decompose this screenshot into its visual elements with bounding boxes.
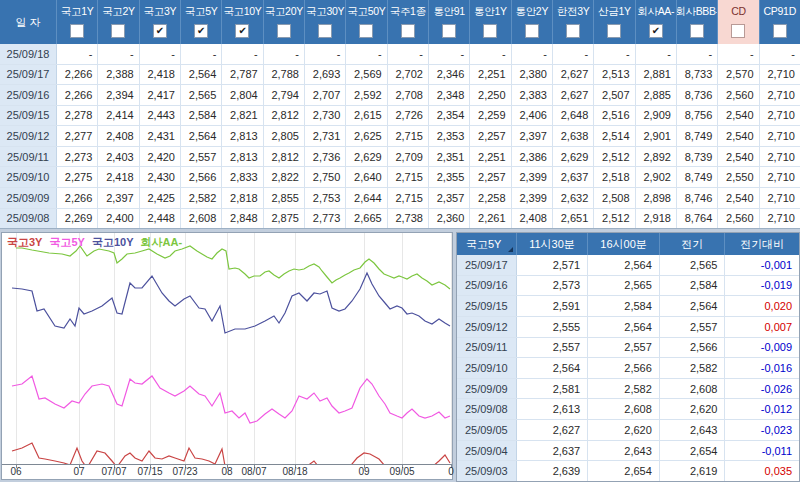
quote-value-cell: 2,637 <box>517 441 589 461</box>
quote-header-16시00분[interactable]: 16시00분 <box>588 233 660 255</box>
quote-value-cell: 2,584 <box>660 276 726 296</box>
checkbox-국고2Y[interactable] <box>111 24 125 38</box>
checkbox-국고10Y[interactable]: ✔ <box>235 24 249 38</box>
quote-row[interactable]: 25/09/122,5552,5642,5570,007 <box>457 317 799 338</box>
quote-row[interactable]: 25/09/102,5642,5662,582-0,016 <box>457 358 799 379</box>
gukgo5y-quote-table: 국고5Y11시30분16시00분전기전기대비 25/09/172,5712,56… <box>456 232 800 482</box>
column-header-회사AA-[interactable]: 회사AA-✔ <box>636 0 677 44</box>
checkbox-통안91[interactable] <box>442 24 456 38</box>
quote-header-전기대비[interactable]: 전기대비 <box>725 233 799 255</box>
value-cell: 2,512 <box>594 209 635 229</box>
column-header-CD[interactable]: CD <box>718 0 759 44</box>
value-cell: 2,651 <box>553 209 594 229</box>
value-cell: - <box>470 44 511 64</box>
column-header-국고30Y[interactable]: 국고30Y <box>305 0 346 44</box>
quote-value-cell: 2,620 <box>660 399 726 419</box>
value-cell: 2,399 <box>512 188 553 208</box>
table-row[interactable]: 25/09/102,2752,4182,4302,5662,8332,8222,… <box>0 167 800 188</box>
quote-row[interactable]: 25/09/172,5712,5642,565-0,001 <box>457 255 799 276</box>
quote-value-cell: 2,654 <box>588 461 660 481</box>
checkbox-산금1Y[interactable] <box>607 24 621 38</box>
value-cell: 2,818 <box>222 188 263 208</box>
table-row[interactable]: 25/09/092,2662,3972,4252,5822,8182,8552,… <box>0 188 800 209</box>
value-cell: 2,885 <box>636 85 677 105</box>
value-cell: 2,813 <box>222 126 263 146</box>
quote-row[interactable]: 25/09/092,5812,5822,608-0,026 <box>457 379 799 400</box>
checkbox-통안1Y[interactable] <box>483 24 497 38</box>
column-header-국고3Y[interactable]: 국고3Y✔ <box>140 0 181 44</box>
value-cell: - <box>760 44 800 64</box>
checkbox-국고30Y[interactable] <box>318 24 332 38</box>
value-cell: 2,750 <box>305 167 346 187</box>
quote-row[interactable]: 25/09/152,5912,5842,5640,020 <box>457 296 799 317</box>
table-row[interactable]: 25/09/172,2662,3882,4182,5642,7872,7882,… <box>0 65 800 86</box>
checkbox-통안2Y[interactable] <box>525 24 539 38</box>
column-header-국고2Y[interactable]: 국고2Y <box>98 0 139 44</box>
value-cell: 2,353 <box>429 126 470 146</box>
yield-chart-panel[interactable]: 국고3Y국고5Y국고10Y회사AA- 060707/0707/1507/2308… <box>1 232 453 480</box>
table-row[interactable]: 25/09/122,2772,4082,4312,5642,8132,8052,… <box>0 126 800 147</box>
quote-value-cell: 2,608 <box>660 379 726 399</box>
value-cell: 2,710 <box>760 209 800 229</box>
quote-row[interactable]: 25/09/042,6372,6432,654-0,011 <box>457 441 799 462</box>
quote-header-11시30분[interactable]: 11시30분 <box>517 233 589 255</box>
quote-diff-cell: -0,023 <box>725 420 799 440</box>
value-cell: 8,739 <box>677 147 718 167</box>
axis-label: 07/23 <box>172 466 197 477</box>
column-header-통안91[interactable]: 통안91 <box>429 0 470 44</box>
table-row[interactable]: 25/09/162,2662,3942,4172,5652,8042,7942,… <box>0 85 800 106</box>
value-cell: 2,251 <box>470 65 511 85</box>
value-cell: 8,746 <box>677 188 718 208</box>
quote-row[interactable]: 25/09/162,5732,5652,584-0,019 <box>457 276 799 297</box>
date-column-header[interactable]: 일 자 <box>0 0 57 44</box>
value-cell: 2,266 <box>57 188 98 208</box>
table-row[interactable]: 25/09/18------------------ <box>0 44 800 65</box>
checkbox-국고20Y[interactable] <box>277 24 291 38</box>
quote-value-cell: 2,557 <box>588 338 660 358</box>
column-header-한전3Y[interactable]: 한전3Y <box>553 0 594 44</box>
column-header-통안1Y[interactable]: 통안1Y <box>470 0 511 44</box>
value-cell: 2,550 <box>718 167 759 187</box>
quote-row[interactable]: 25/09/112,5572,5572,566-0,009 <box>457 338 799 359</box>
table-row[interactable]: 25/09/112,2732,4032,4202,5572,8132,8122,… <box>0 147 800 168</box>
value-cell: 2,627 <box>553 85 594 105</box>
checkbox-CP91D[interactable] <box>773 24 787 38</box>
quote-header-전기[interactable]: 전기 <box>660 233 726 255</box>
quote-row[interactable]: 25/09/082,6132,6082,620-0,012 <box>457 399 799 420</box>
table-row[interactable]: 25/09/152,2782,4142,4432,5842,8212,8122,… <box>0 106 800 127</box>
column-header-국고50Y[interactable]: 국고50Y <box>346 0 387 44</box>
value-cell: 2,710 <box>760 147 800 167</box>
column-header-국고10Y[interactable]: 국고10Y✔ <box>222 0 263 44</box>
quote-date-cell: 25/09/16 <box>457 276 517 296</box>
sort-ascending-icon[interactable] <box>508 247 513 252</box>
checkbox-국고50Y[interactable] <box>359 24 373 38</box>
value-cell: 2,507 <box>594 85 635 105</box>
quote-row[interactable]: 25/09/052,6272,6202,643-0,023 <box>457 420 799 441</box>
column-header-국고1Y[interactable]: 국고1Y <box>57 0 98 44</box>
column-header-국고5Y[interactable]: 국고5Y✔ <box>181 0 222 44</box>
column-header-회사BBB-[interactable]: 회사BBB- <box>677 0 718 44</box>
quote-diff-cell: 0,020 <box>725 296 799 316</box>
value-cell: - <box>429 44 470 64</box>
checkbox-한전3Y[interactable] <box>566 24 580 38</box>
column-header-통안2Y[interactable]: 통안2Y <box>512 0 553 44</box>
quote-header-국고5Y[interactable]: 국고5Y <box>457 233 517 255</box>
value-cell: 2,513 <box>594 65 635 85</box>
checkbox-국고3Y[interactable]: ✔ <box>153 24 167 38</box>
column-header-CP91D[interactable]: CP91D <box>760 0 800 44</box>
quote-date-cell: 25/09/12 <box>457 317 517 337</box>
table-row[interactable]: 25/09/082,2692,4002,4482,6082,8482,8752,… <box>0 209 800 229</box>
checkbox-회사BBB-[interactable] <box>690 24 704 38</box>
checkbox-국고1Y[interactable] <box>70 24 84 38</box>
checkbox-국주1종[interactable] <box>401 24 415 38</box>
series-회사AA- <box>16 246 450 289</box>
value-cell: - <box>57 44 98 64</box>
value-cell: 2,397 <box>512 126 553 146</box>
column-header-국주1종[interactable]: 국주1종 <box>388 0 429 44</box>
column-header-국고20Y[interactable]: 국고20Y <box>264 0 305 44</box>
checkbox-CD[interactable] <box>731 24 745 38</box>
checkbox-국고5Y[interactable]: ✔ <box>194 24 208 38</box>
quote-row[interactable]: 25/09/032,6392,6542,6190,035 <box>457 461 799 481</box>
column-header-산금1Y[interactable]: 산금1Y <box>594 0 635 44</box>
checkbox-회사AA-[interactable]: ✔ <box>649 24 663 38</box>
